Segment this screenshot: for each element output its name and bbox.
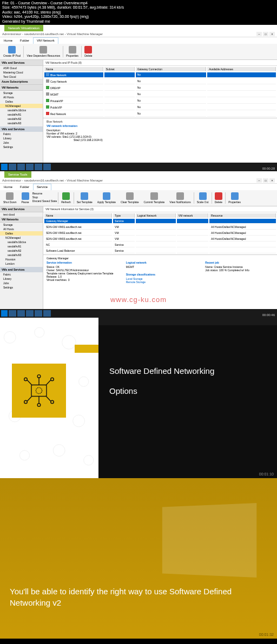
clear-template-button[interactable]: Clear Template <box>118 191 141 205</box>
refresh-button[interactable]: Refresh <box>59 191 73 205</box>
taskbar-item[interactable] <box>43 164 51 170</box>
sidebar-ncmanaged[interactable]: NCManaged <box>0 236 43 240</box>
nav-jobs[interactable]: Jobs <box>0 140 43 145</box>
sidebar-houston[interactable]: Houston <box>0 257 43 261</box>
sidebar-vmnet[interactable]: VM Networks <box>0 85 43 91</box>
maximize-button[interactable]: □ <box>263 178 268 183</box>
sidebar-hv91[interactable]: savdalhv91 <box>0 244 43 249</box>
sidebar-allhosts[interactable]: All Hosts <box>0 227 43 231</box>
sidebar-hv92[interactable]: savdalhv92 <box>0 117 43 121</box>
commit-template-button[interactable]: Commit Template <box>142 191 167 205</box>
sidebar-item-test[interactable]: test cloud <box>0 212 43 217</box>
sidebar-hv93[interactable]: savdalhv93 <box>0 121 43 125</box>
nav-settings[interactable]: Settings <box>0 145 43 149</box>
sidebar-hv92[interactable]: savdalhv92 <box>0 249 43 253</box>
apply-template-button[interactable]: Apply Template <box>95 191 118 205</box>
properties-button[interactable]: Properties <box>64 45 81 58</box>
table-row[interactable]: SDN-GW-VM01.savilltech.netVMAll Hosts\Da… <box>44 225 276 230</box>
maximize-button[interactable]: □ <box>263 32 268 36</box>
scale-out-button[interactable]: Scale Out <box>195 191 211 205</box>
start-button[interactable] <box>1 310 8 317</box>
nav-settings[interactable]: Settings <box>0 285 43 290</box>
table-row[interactable]: PrivateVIPNo <box>44 98 276 104</box>
col-name[interactable]: Name <box>44 67 103 71</box>
set-template-button[interactable]: Set Template <box>75 191 95 205</box>
discard-button[interactable]: Discard Saved State <box>32 199 57 203</box>
col-name[interactable]: Name <box>44 213 112 218</box>
sidebar-vmnet[interactable]: VM Networks <box>0 217 43 223</box>
tab-vm-network[interactable]: VM Network <box>33 37 58 44</box>
sidebar-dallas[interactable]: Dallas <box>0 99 43 104</box>
sidebar-ncmanaged[interactable]: NCManaged <box>0 104 43 108</box>
close-button[interactable]: × <box>269 32 275 36</box>
table-row[interactable]: Gateway ManagerService <box>44 219 276 224</box>
sidebar-london[interactable]: London <box>0 261 43 266</box>
taskbar-item[interactable] <box>26 164 34 170</box>
table-row[interactable]: Corp NetworkNo <box>44 79 276 84</box>
taskbar-item[interactable] <box>9 310 16 317</box>
table-row[interactable]: PublicVIPNo <box>44 105 276 110</box>
minimize-button[interactable]: – <box>256 178 262 183</box>
table-row[interactable]: NCService <box>44 243 276 247</box>
sidebar-hv93[interactable]: savdalhv93 <box>0 253 43 257</box>
view-notif-button[interactable]: View Notifications <box>167 191 193 205</box>
sidebar-storage[interactable]: Storage <box>0 223 43 227</box>
sidebar-clus[interactable]: savdalhv16clus <box>0 240 43 244</box>
resume-button[interactable]: Resume <box>32 192 57 195</box>
nav-vms[interactable]: VMs and Services <box>0 267 43 272</box>
sidebar-allhosts[interactable]: All Hosts <box>0 95 43 99</box>
stop-button[interactable]: Stop <box>32 196 57 199</box>
storage-remote-link[interactable]: Remote Storage <box>126 280 146 284</box>
col-logical[interactable]: Logical Network <box>136 213 176 218</box>
tab-service[interactable]: Service <box>33 184 51 190</box>
start-button[interactable] <box>1 164 8 170</box>
taskbar-item[interactable] <box>26 310 34 317</box>
create-ip-pool-button[interactable]: Create IP Pool <box>1 45 23 58</box>
tab-folder[interactable]: Folder <box>16 184 33 190</box>
col-resource[interactable]: Resource <box>209 213 276 218</box>
table-row[interactable]: MGMTNo <box>44 92 276 97</box>
sidebar-azure[interactable]: Azure Subscriptions <box>0 79 43 85</box>
col-type[interactable]: Type <box>113 213 135 218</box>
table-row[interactable]: SDN-GW-VM02.savilltech.netVMAll Hosts\Da… <box>44 231 276 236</box>
taskbar-item[interactable] <box>9 164 16 170</box>
delete-button[interactable]: Delete <box>213 191 225 205</box>
nav-fabric[interactable]: Fabric <box>0 132 43 136</box>
shutdown-button[interactable]: Shut Down <box>1 191 18 205</box>
taskbar-item[interactable] <box>35 164 42 170</box>
taskbar-item[interactable] <box>17 310 25 317</box>
properties-button[interactable]: Properties <box>226 191 243 205</box>
delete-button[interactable]: Delete <box>82 45 94 58</box>
sidebar-item-test[interactable]: Test Cloud <box>0 75 43 79</box>
nav-fabric[interactable]: Fabric <box>0 272 43 277</box>
table-row[interactable]: Red NetworkNo <box>44 111 276 117</box>
taskbar-item[interactable] <box>35 310 42 317</box>
sidebar-storage[interactable]: Storage <box>0 91 43 95</box>
tab-home[interactable]: Home <box>0 37 16 44</box>
minimize-button[interactable]: – <box>256 32 262 36</box>
context-tab-network-virt[interactable]: Network Virtualization <box>4 25 43 31</box>
table-row[interactable]: Software Load BalancerService <box>44 249 276 253</box>
col-addresses[interactable]: Available Addresses <box>207 67 276 71</box>
context-tab-service-tools[interactable]: Service Tools <box>4 171 31 178</box>
view-dependent-button[interactable]: View Dependent Resources <box>24 45 62 58</box>
tab-folder[interactable]: Folder <box>16 37 33 44</box>
tab-home[interactable]: Home <box>0 184 16 190</box>
sidebar-dallas[interactable]: Dallas <box>0 231 43 236</box>
col-gateway[interactable]: Gateway Connection <box>136 67 206 71</box>
nav-vms[interactable]: VMs and Services <box>0 126 43 132</box>
table-row[interactable]: Blue NetworkNo <box>44 72 276 78</box>
table-row[interactable]: SDN-GW-VM03.savilltech.netVMAll Hosts\Da… <box>44 237 276 242</box>
nav-jobs[interactable]: Jobs <box>0 281 43 285</box>
pause-button[interactable]: Pause <box>19 191 31 205</box>
nav-library[interactable]: Library <box>0 277 43 281</box>
close-button[interactable]: × <box>269 178 275 183</box>
col-subnet[interactable]: Subnet <box>104 67 135 71</box>
table-row[interactable]: DREVIPNo <box>44 85 276 91</box>
sidebar-clus[interactable]: savdalhv16clus <box>0 108 43 112</box>
taskbar-item[interactable] <box>17 164 25 170</box>
sidebar-item-asr[interactable]: ASR Cloud <box>0 66 43 70</box>
nav-library[interactable]: Library <box>0 136 43 140</box>
sidebar-hv91[interactable]: savdalhv91 <box>0 112 43 117</box>
taskbar-item[interactable] <box>43 310 51 317</box>
